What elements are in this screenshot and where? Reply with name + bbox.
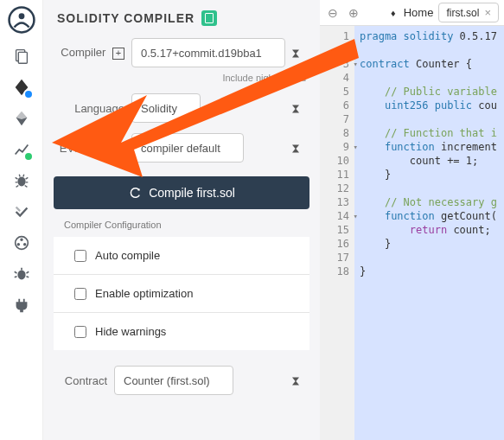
- editor-area: ⊖ ⊕ ♦ Home first.sol × 12345678910111213…: [320, 0, 504, 440]
- test-icon[interactable]: [12, 202, 31, 221]
- svg-point-1: [18, 13, 24, 19]
- gist-icon[interactable]: [12, 233, 31, 252]
- source-code[interactable]: pragma solidity 0.5.17 contract Counter …: [354, 26, 504, 440]
- language-label: Language: [55, 102, 124, 115]
- auto-compile-checkbox[interactable]: [74, 250, 86, 262]
- close-tab-icon[interactable]: ×: [484, 6, 491, 19]
- docs-icon[interactable]: [201, 10, 217, 26]
- svg-point-7: [17, 244, 19, 246]
- svg-point-0: [9, 8, 34, 33]
- compiler-icon[interactable]: [12, 78, 31, 97]
- compiler-label: Compiler +: [55, 46, 124, 60]
- nightly-hint: Include nightly build: [43, 73, 320, 88]
- zoom-out-icon[interactable]: ⊖: [325, 6, 341, 20]
- contract-select[interactable]: Counter (first.sol): [114, 366, 233, 395]
- home-tab[interactable]: Home: [404, 6, 434, 19]
- debugger-icon[interactable]: [12, 171, 31, 190]
- hide-warnings-label: Hide warnings: [95, 325, 166, 338]
- deploy-icon[interactable]: [12, 109, 31, 128]
- analysis-ok-badge: [23, 151, 34, 162]
- svg-point-8: [23, 244, 25, 246]
- svg-rect-3: [18, 52, 27, 63]
- hide-warnings-checkbox[interactable]: [74, 326, 86, 338]
- optimize-checkbox[interactable]: [74, 288, 86, 300]
- config-header: Compiler Configuration: [43, 216, 320, 237]
- compiler-refresh-badge: [23, 89, 34, 99]
- svg-point-4: [17, 176, 25, 186]
- file-explorer-icon[interactable]: [12, 47, 31, 66]
- evm-label: EVM Version: [55, 142, 124, 155]
- contract-label: Contract: [55, 374, 107, 387]
- line-gutter: 123456789101112131415161718: [320, 26, 354, 440]
- compile-button[interactable]: Compile first.sol: [54, 176, 309, 209]
- language-select[interactable]: Solidity: [131, 93, 201, 123]
- code-editor[interactable]: 123456789101112131415161718 pragma solid…: [320, 26, 504, 440]
- add-compiler-icon[interactable]: +: [112, 48, 124, 60]
- optimize-label: Enable optimization: [95, 287, 193, 300]
- zoom-in-icon[interactable]: ⊕: [346, 6, 361, 20]
- evm-select[interactable]: compiler default: [131, 133, 244, 163]
- panel-title: SOLIDITY COMPILER: [57, 11, 195, 25]
- tab-first-sol[interactable]: first.sol ×: [438, 3, 499, 22]
- icon-sidebar: [0, 0, 43, 440]
- bug-icon[interactable]: [12, 265, 31, 284]
- home-eth-icon[interactable]: ♦: [391, 8, 396, 18]
- compiler-select[interactable]: 0.5.17+commit.d19bba1: [131, 38, 285, 67]
- analysis-icon[interactable]: [12, 140, 31, 159]
- tabbar: ⊖ ⊕ ♦ Home first.sol ×: [320, 0, 504, 26]
- svg-point-6: [21, 239, 22, 240]
- compiler-panel: SOLIDITY COMPILER Compiler + 0.5.17+comm…: [43, 0, 320, 440]
- svg-point-9: [17, 270, 25, 279]
- plugin-icon[interactable]: [12, 296, 31, 315]
- auto-compile-label: Auto compile: [95, 249, 160, 262]
- remix-logo-icon: [7, 5, 36, 35]
